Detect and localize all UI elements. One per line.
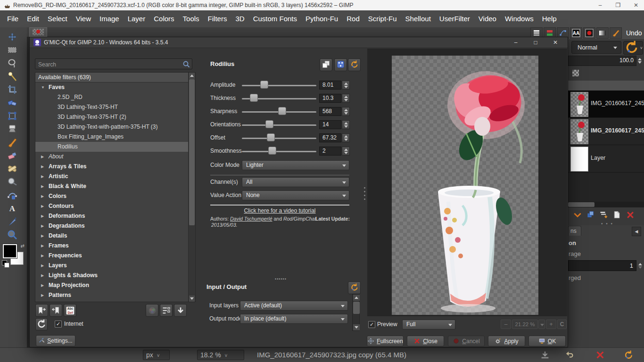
dialog-maximize-button[interactable]: □ — [527, 37, 544, 48]
slider-handle[interactable] — [260, 81, 268, 89]
param-value[interactable]: 2 — [319, 147, 341, 156]
delete-icon[interactable] — [595, 350, 605, 360]
smoothness-value-field[interactable]: 2 — [319, 147, 350, 156]
fonts-dock-icon[interactable]: AA — [570, 27, 582, 39]
refresh-filters-button[interactable] — [35, 318, 48, 330]
new-layer-icon[interactable] — [612, 210, 622, 220]
io-scrollbar[interactable] — [352, 294, 360, 331]
search-box[interactable] — [35, 58, 192, 69]
io-reset-button[interactable] — [348, 281, 361, 294]
menu-custom-fonts[interactable]: Custom Fonts — [249, 10, 301, 27]
slider-handle[interactable] — [268, 147, 276, 155]
filter-category-patterns[interactable]: ▶Patterns — [35, 290, 189, 300]
add-fave-button[interactable] — [35, 304, 48, 317]
lock-alpha-icon[interactable] — [572, 70, 579, 76]
unit-dropdown[interactable]: px˅ — [143, 350, 170, 360]
reset-icon[interactable] — [623, 350, 634, 360]
expand-arrow-icon[interactable]: ▶ — [41, 251, 44, 261]
input-layers-dropdown[interactable]: Active (default) — [240, 301, 348, 311]
spinner-arrows-icon[interactable] — [342, 94, 350, 103]
output-mode-dropdown[interactable]: In place (default) — [240, 314, 348, 324]
foreground-color-swatch[interactable] — [3, 244, 17, 258]
spinner-arrows-icon[interactable] — [342, 107, 350, 116]
expand-arrow-icon[interactable]: ▶ — [41, 211, 44, 221]
ink-tool-icon[interactable] — [3, 215, 22, 228]
expand-arrow-icon[interactable]: ▶ — [41, 280, 44, 290]
sharpness-value-field[interactable]: 568 — [319, 107, 350, 116]
filter-category-degradations[interactable]: ▶Degradations — [35, 221, 189, 231]
menu-help[interactable]: Help — [538, 10, 561, 27]
layer-row[interactable]: IMG_20160617_245 — [568, 90, 644, 118]
zoom-dropdown[interactable]: 18.2 %˅ — [197, 350, 244, 360]
duplicate-layer-icon[interactable] — [586, 210, 595, 220]
zoom-out-button[interactable]: – — [501, 320, 511, 329]
spinner-arrows-icon[interactable] — [342, 133, 350, 142]
layer-thumbnail[interactable] — [570, 92, 588, 117]
menu-shellout[interactable]: Shellout — [401, 10, 435, 27]
reset-parameters-button[interactable] — [348, 58, 361, 71]
expand-arrow-icon[interactable]: ▶ — [41, 221, 44, 231]
window-minimize-button[interactable]: – — [592, 0, 608, 10]
expand-arrow-icon[interactable]: ▶ — [41, 191, 44, 201]
expand-arrow-icon[interactable]: ▶ — [41, 241, 44, 251]
channel-s--dropdown[interactable]: All — [242, 177, 349, 187]
filter-category-arrays-tiles[interactable]: ▶Arrays & Tiles — [35, 162, 189, 172]
value-action-dropdown[interactable]: None — [242, 190, 349, 200]
slider-handle[interactable] — [250, 94, 258, 102]
layer-name[interactable]: IMG_20160617_245 — [591, 100, 644, 107]
menu-video[interactable]: Video — [474, 10, 501, 27]
offset-slider[interactable] — [242, 138, 316, 139]
merge-down-icon[interactable] — [599, 210, 609, 220]
filter-category-lights-shadows[interactable]: ▶Lights & Shadows — [35, 271, 189, 280]
unified-transform-tool-icon[interactable] — [3, 109, 22, 122]
swap-colors-icon[interactable]: ⇄ — [21, 243, 25, 248]
orientations-slider[interactable] — [242, 124, 316, 126]
thickness-value-field[interactable]: 10.3 — [319, 94, 350, 103]
window-close-button[interactable]: ✕ — [628, 0, 644, 10]
expand-arrow-icon[interactable]: ▶ — [41, 290, 44, 300]
expand-arrow-icon[interactable]: ▶ — [41, 261, 44, 271]
param-value[interactable]: 568 — [319, 107, 341, 116]
layer-mode-reset-button[interactable]: ˅ — [623, 41, 643, 55]
export-icon[interactable] — [540, 350, 550, 360]
menu-filters[interactable]: Filters — [204, 10, 231, 27]
apply-button[interactable]: Apply — [488, 336, 525, 346]
fullscreen-button[interactable]: Fullscreen — [367, 336, 404, 346]
list-view-button[interactable] — [160, 304, 173, 317]
amplitude-value-field[interactable]: 8.01 — [319, 81, 350, 90]
lower-spin-stepper[interactable] — [637, 260, 644, 271]
menu-windows[interactable]: Windows — [501, 10, 538, 27]
filter-category-frequencies[interactable]: ▶Frequencies — [35, 251, 189, 261]
layer-thumbnail[interactable] — [570, 147, 588, 172]
menu-image[interactable]: Image — [95, 10, 124, 27]
param-value[interactable]: 67.32 — [319, 133, 341, 142]
blur-tool-icon[interactable] — [3, 175, 22, 188]
menu-layer[interactable]: Layer — [124, 10, 150, 27]
spinner-arrows-icon[interactable] — [342, 120, 350, 129]
menu-file[interactable]: File — [3, 10, 23, 27]
slider-handle[interactable] — [267, 133, 275, 141]
zoom-reset-button[interactable]: C — [557, 320, 567, 329]
cancel-button[interactable]: Cancel — [448, 336, 485, 346]
filter-category-frames[interactable]: ▶Frames — [35, 241, 189, 251]
layer-row[interactable]: IMG_20160617_245 — [568, 118, 644, 145]
author-link[interactable]: David Tschumperlé — [230, 216, 272, 222]
color-mode-dropdown[interactable]: Lighter — [242, 160, 349, 170]
lower-dock-tab[interactable]: ns — [568, 226, 581, 236]
history-icon[interactable] — [565, 350, 575, 360]
expand-arrow-icon[interactable]: ▶ — [41, 172, 44, 181]
ok-button[interactable]: OK — [528, 336, 566, 346]
window-maximize-button[interactable]: ❐ — [610, 0, 626, 10]
close-button[interactable]: Close — [407, 336, 444, 346]
filter-category-details[interactable]: ▶Details — [35, 231, 189, 241]
free-select-tool-icon[interactable] — [3, 57, 22, 69]
filter-category-map-projection[interactable]: ▶Map Projection — [35, 280, 189, 290]
offset-value-field[interactable]: 67.32 — [319, 133, 350, 142]
param-value[interactable]: 14 — [319, 120, 341, 129]
spinner-arrows-icon[interactable] — [342, 147, 350, 156]
dialog-close-button[interactable]: ✕ — [547, 37, 564, 48]
paintbrush-tool-icon[interactable] — [3, 136, 22, 148]
fuzzy-select-tool-icon[interactable] — [3, 70, 22, 82]
expand-arrow-icon[interactable]: ▶ — [41, 271, 44, 280]
layer-row[interactable]: Layer — [568, 145, 644, 173]
